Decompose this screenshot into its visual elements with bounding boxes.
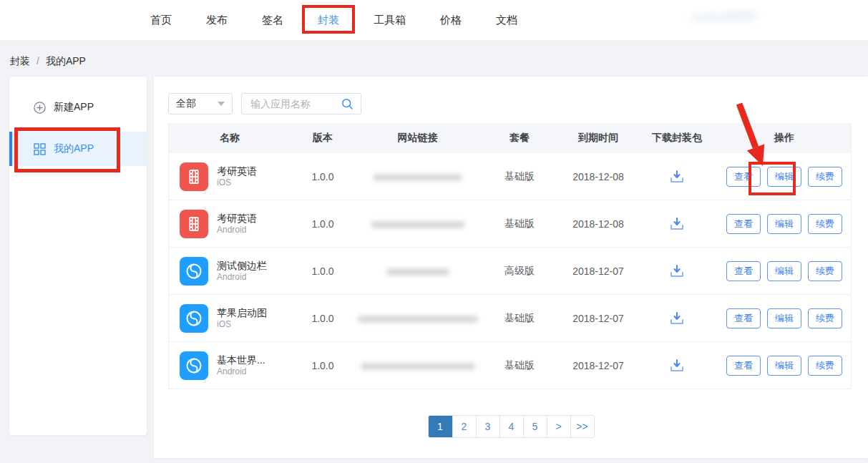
app-name-cell: 测试侧边栏Android (169, 257, 291, 286)
page-button-5[interactable]: 5 (523, 416, 547, 437)
page-button-2[interactable]: 2 (452, 416, 476, 437)
nav-tab-1[interactable]: 首页 (150, 0, 172, 40)
page-button-3[interactable]: 3 (476, 416, 499, 437)
search-icon[interactable] (341, 98, 353, 110)
blurred-url (373, 174, 462, 181)
app-version: 1.0.0 (291, 360, 355, 371)
view-button[interactable]: 查看 (726, 167, 761, 187)
app-version: 1.0.0 (291, 218, 355, 230)
edit-button[interactable]: 编辑 (767, 214, 801, 234)
breadcrumb-section[interactable]: 封装 (10, 55, 30, 67)
blurred-url (361, 363, 475, 370)
app-icon-s-logo (180, 257, 208, 286)
app-name-lines: 基本世界...Android (217, 354, 265, 378)
nav-tab-label: 封装 (318, 14, 339, 27)
category-select[interactable]: 全部 (168, 93, 233, 114)
edit-button[interactable]: 编辑 (767, 308, 801, 328)
column-header: 网站链接 (355, 132, 480, 145)
download-package-button[interactable] (638, 169, 716, 185)
actions-cell: 查看编辑续费 (716, 214, 852, 234)
app-name-cell: 考研英语Android (169, 210, 291, 238)
renew-button[interactable]: 续费 (808, 356, 842, 376)
renew-button[interactable]: 续费 (808, 214, 842, 234)
app-table: 名称版本网站链接套餐到期时间下载封装包操作 考研英语iOS1.0.0基础版201… (168, 123, 852, 389)
app-url-redacted (355, 265, 480, 277)
column-header: 下载封装包 (638, 132, 716, 145)
film-icon (185, 215, 203, 233)
nav-tab-5[interactable]: 工具箱 (374, 0, 406, 40)
page-next-button[interactable]: > (547, 416, 570, 437)
view-button[interactable]: 查看 (726, 261, 761, 281)
app-name: 苹果启动图 (217, 306, 267, 319)
nav-tab-label: 文档 (496, 14, 517, 27)
column-header: 操作 (716, 132, 852, 145)
table-row: 考研英语Android1.0.0基础版2018-12-08 查看编辑续费 (169, 200, 851, 248)
app-name-cell: 基本世界...Android (169, 351, 291, 380)
app-url-redacted (355, 218, 480, 230)
app-name-cell: 考研英语iOS (169, 162, 291, 191)
edit-button[interactable]: 编辑 (767, 167, 801, 187)
pagination: 12345>>> (154, 415, 868, 438)
renew-button[interactable]: 续费 (808, 308, 842, 328)
app-platform: iOS (217, 319, 267, 331)
column-header: 套餐 (480, 132, 559, 145)
page-last-button[interactable]: >> (570, 416, 594, 437)
sidebar-item-new-app[interactable]: 新建APP (34, 97, 147, 118)
search-input[interactable] (249, 97, 335, 110)
renew-button[interactable]: 续费 (808, 261, 842, 281)
app-expiry: 2018-12-08 (559, 218, 638, 230)
renew-button[interactable]: 续费 (808, 167, 842, 187)
column-header: 版本 (291, 132, 355, 145)
download-package-button[interactable] (638, 216, 716, 232)
app-name: 考研英语 (217, 165, 257, 177)
plus-circle-icon (34, 102, 46, 114)
download-package-button[interactable] (638, 263, 716, 279)
view-button[interactable]: 查看 (726, 214, 761, 234)
s-logo-icon (184, 261, 204, 281)
film-icon (185, 168, 203, 185)
nav-tab-2[interactable]: 发布 (206, 0, 228, 40)
nav-tab-6[interactable]: 价格 (440, 0, 462, 40)
breadcrumb-current: 我的APP (46, 55, 86, 67)
app-platform: Android (217, 366, 265, 378)
download-package-button[interactable] (638, 358, 716, 374)
s-logo-icon (184, 308, 204, 328)
page-button-1[interactable]: 1 (429, 416, 452, 437)
grid-icon (34, 143, 46, 155)
blurred-url (371, 221, 465, 228)
nav-tab-7[interactable]: 文档 (496, 0, 517, 40)
app-name-lines: 测试侧边栏Android (217, 259, 267, 283)
app-plan: 基础版 (480, 170, 559, 183)
table-row: 考研英语iOS1.0.0基础版2018-12-08 查看编辑续费 (169, 153, 851, 200)
edit-button[interactable]: 编辑 (767, 356, 801, 376)
download-package-button[interactable] (638, 311, 716, 326)
nav-tab-4[interactable]: 封装 (318, 0, 339, 40)
view-button[interactable]: 查看 (726, 356, 761, 376)
app-name: 测试侧边栏 (217, 259, 267, 272)
table-row: 基本世界...Android1.0.0基础版2018-12-07 查看编辑续费 (169, 342, 851, 389)
sidebar-item-my-app[interactable]: 我的APP (9, 132, 147, 166)
edit-button[interactable]: 编辑 (767, 261, 801, 281)
app-name: 考研英语 (217, 212, 257, 225)
column-header: 名称 (169, 132, 291, 145)
view-button[interactable]: 查看 (726, 308, 761, 328)
table-row: 测试侧边栏Android1.0.0高级版2018-12-07 查看编辑续费 (169, 248, 851, 295)
blurred-url (386, 268, 449, 276)
app-plan: 高级版 (480, 265, 559, 278)
app-expiry: 2018-12-07 (559, 360, 638, 371)
download-icon (668, 311, 686, 326)
app-platform: iOS (217, 177, 257, 189)
actions-cell: 查看编辑续费 (716, 261, 852, 281)
nav-tab-label: 工具箱 (374, 14, 406, 27)
page-button-4[interactable]: 4 (499, 416, 523, 437)
app-icon-s-logo (180, 304, 208, 333)
nav-tab-label: 价格 (440, 14, 462, 27)
table-header: 名称版本网站链接套餐到期时间下载封装包操作 (169, 123, 851, 153)
nav-tab-3[interactable]: 签名 (262, 0, 283, 40)
sidebar-item-label: 新建APP (54, 101, 94, 114)
download-icon (668, 216, 686, 232)
nav-tab-label: 发布 (206, 14, 228, 27)
app-version: 1.0.0 (291, 265, 355, 277)
chevron-down-icon (218, 102, 225, 106)
app-version: 1.0.0 (291, 171, 355, 182)
